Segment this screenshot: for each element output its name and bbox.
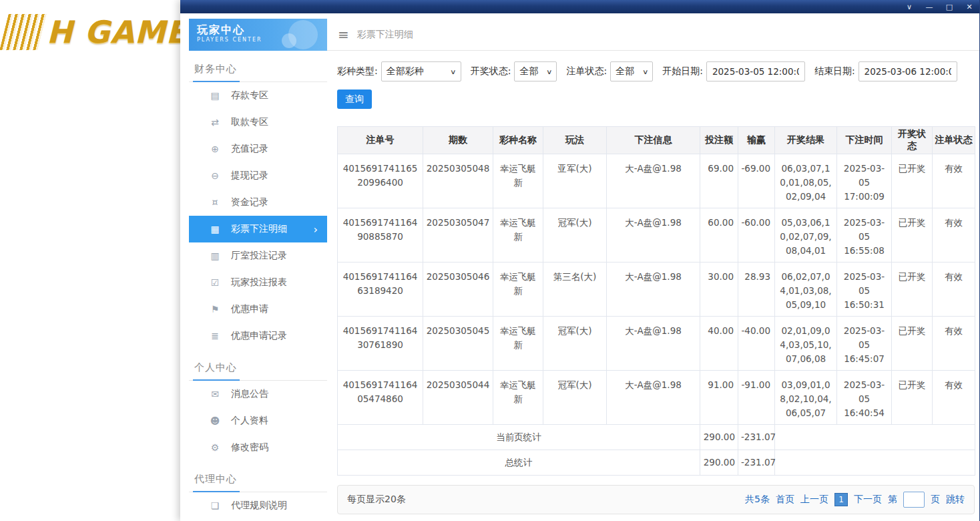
page-title: 彩票下注明细 [357,29,413,41]
cell-bet-amount: 30.00 [700,263,738,317]
col-header-win-loss: 输赢 [738,127,775,154]
summary-empty [775,425,975,450]
summary-winloss-total: -231.07 [738,450,775,476]
header-row: 注单号期数彩种名称玩法下注信息投注额输赢开奖结果下注时间开奖状态注单状态 [338,127,975,154]
page-jump-input[interactable] [903,492,925,508]
summary-bet-total: 290.00 [700,450,738,476]
cell-bet-info: 大-A盘@1.98 [607,317,700,371]
sidebar-item-deposit-zone[interactable]: ▤存款专区 [189,82,327,109]
query-button[interactable]: 查询 [337,90,372,109]
cell-win-loss: -69.00 [738,154,775,208]
cell-bet-id: 401569174116430761890 [338,317,423,371]
chevron-down-icon[interactable]: ∨ [899,0,919,13]
minimize-icon[interactable]: — [919,0,939,13]
cell-lottery-name: 幸运飞艇新 [493,317,543,371]
sidebar-item-agent-rules[interactable]: ❏代理规则说明 [189,492,327,519]
sidebar-item-announcements[interactable]: ✉消息公告 [189,381,327,407]
chevron-right-icon: › [314,223,318,236]
menu-icon[interactable]: ≡ [338,27,349,43]
cell-bet-time: 2025-03-05 16:55:08 [837,208,892,263]
cell-win-loss: 28.93 [738,263,775,317]
filter-bar: 彩种类型: 全部彩种 ∨ 开奖状态: 全部 ∨ [337,61,974,81]
cashout-icon: ⊖ [209,170,221,181]
page-size-text: 每页显示20条 [347,494,406,506]
end-date-label: 结束日期: [814,65,855,77]
sidebar-item-recharge-records[interactable]: ⊕充值记录 [189,136,327,162]
sidebar-section-title: 个人中心 [189,356,327,381]
sidebar-item-hall-bet-records[interactable]: ▥厅室投注记录 [189,242,327,269]
end-date-input[interactable] [859,61,957,81]
bet-status-select[interactable]: 全部 ∨ [610,61,653,81]
cell-bet-info: 大-A盘@1.98 [607,371,700,425]
summary-bet-total: 290.00 [700,425,738,450]
promo-icon: ⚑ [209,304,221,315]
cell-draw-status: 已开奖 [892,154,933,208]
prev-page-link[interactable]: 上一页 [800,494,828,506]
bet-status-filter: 注单状态: 全部 ∨ [566,61,653,81]
col-header-bet-status: 注单状态 [933,127,975,154]
content-area: 彩种类型: 全部彩种 ∨ 开奖状态: 全部 ∨ [327,51,979,521]
chevron-down-icon: ∨ [642,68,649,75]
sidebar-item-label: 提现记录 [231,170,268,182]
document-icon: ❏ [209,500,221,511]
start-date-input[interactable] [706,61,805,81]
sidebar-nav: 财务中心▤存款专区⇄取款专区⊕充值记录⊖提现记录¤资金记录▦彩票下注明细›▥厅室… [189,51,327,521]
cell-play-type: 第三名(大) [543,263,607,317]
pagination-bar: 每页显示20条 共5条 首页 上一页 1 下一页 第 页 跳转 [337,485,975,514]
next-page-link[interactable]: 下一页 [854,494,882,506]
sidebar-item-profile[interactable]: ☻个人资料 [189,407,327,434]
sidebar-item-player-bet-report[interactable]: ☑玩家投注报表 [189,269,327,296]
window-titlebar: ∨ — □ ✕ [180,0,979,13]
sidebar-item-funds-records[interactable]: ¤资金记录 [189,189,327,216]
cell-bet-status: 有效 [933,208,975,263]
sidebar-item-label: 代理规则说明 [231,500,287,512]
cell-bet-info: 大-A盘@1.98 [607,154,700,208]
cell-bet-id: 401569174116490885870 [338,208,423,263]
lottery-type-select[interactable]: 全部彩种 ∨ [381,61,461,81]
cell-bet-status: 有效 [933,317,975,371]
total-count: 共5条 [745,494,770,506]
end-date-filter: 结束日期: [814,61,957,81]
ticket-list-icon: ▦ [209,224,221,234]
jump-prefix: 第 [888,494,897,506]
sidebar-item-lottery-bet-details[interactable]: ▦彩票下注明细› [189,216,327,242]
table-row: 40156917411652099640020250305048幸运飞艇新亚军(… [338,154,975,208]
table-row: 40156917411643076189020250305045幸运飞艇新冠军(… [338,317,975,371]
close-icon[interactable]: ✕ [959,0,979,13]
sidebar-item-promo-apply-records[interactable]: ≣优惠申请记录 [189,323,327,349]
sidebar-item-label: 取款专区 [231,116,268,128]
cell-draw-result: 05,03,06,10,02,07,09,08,04,01 [775,208,837,263]
cell-win-loss: -60.00 [738,208,775,263]
deposit-icon: ▤ [209,90,221,101]
recharge-icon: ⊕ [209,144,221,154]
gear-icon: ⚙ [209,442,221,453]
cell-lottery-name: 幸运飞艇新 [493,263,543,317]
draw-status-select[interactable]: 全部 ∨ [514,61,557,81]
maximize-icon[interactable]: □ [939,0,959,13]
chevron-down-icon: ∨ [546,68,553,75]
bet-status-value: 全部 [616,65,634,77]
jump-button[interactable]: 跳转 [946,494,965,506]
cell-draw-status: 已开奖 [892,263,933,317]
cell-bet-amount: 40.00 [700,317,738,371]
cell-win-loss: -91.00 [738,371,775,425]
cell-bet-time: 2025-03-05 16:40:54 [837,371,892,425]
sidebar-item-label: 玩家投注报表 [231,277,287,289]
first-page-link[interactable]: 首页 [776,494,794,506]
cell-draw-status: 已开奖 [892,317,933,371]
col-header-draw-status: 开奖状态 [892,127,933,154]
table-row: 40156917411649088587020250305047幸运飞艇新冠军(… [338,208,975,263]
cell-bet-id: 401569174116463189420 [338,263,423,317]
sidebar-item-label: 厅室投注记录 [231,250,287,262]
main-panel: ≡ 彩票下注明细 彩种类型: 全部彩种 ∨ 开奖状态: 全 [327,19,979,521]
cell-bet-time: 2025-03-05 16:50:31 [837,263,892,317]
sidebar-item-promo-apply[interactable]: ⚑优惠申请 [189,296,327,323]
current-page-indicator[interactable]: 1 [834,493,848,506]
button-row: 查询 [337,90,974,109]
sidebar-item-withdrawal-records[interactable]: ⊖提现记录 [189,162,327,189]
cell-draw-status: 已开奖 [892,208,933,263]
sidebar-item-withdraw-zone[interactable]: ⇄取款专区 [189,109,327,136]
sidebar-item-change-password[interactable]: ⚙修改密码 [189,434,327,461]
sidebar-section-label: 代理中心 [193,468,240,492]
sidebar-section-title: 财务中心 [189,57,327,82]
